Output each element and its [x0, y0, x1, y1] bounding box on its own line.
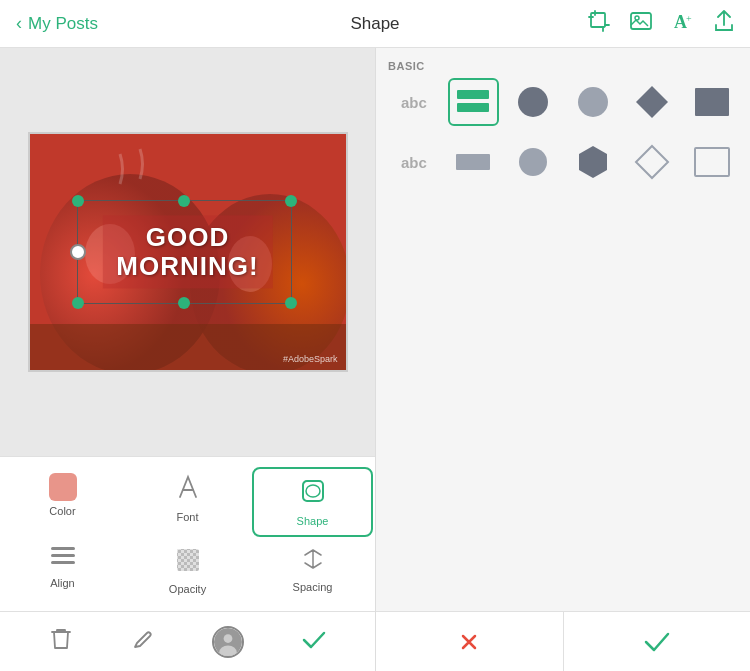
delete-button[interactable] [49, 626, 73, 658]
nav-icons-group: A + [588, 10, 734, 37]
back-chevron-icon: ‹ [16, 13, 22, 34]
handle-tl[interactable] [72, 195, 84, 207]
svg-point-27 [578, 87, 608, 117]
shape-row-1: abc [376, 78, 750, 138]
tool-align[interactable]: Align [0, 539, 125, 603]
tool-spacing-label: Spacing [293, 581, 333, 593]
crop-icon[interactable] [588, 10, 610, 37]
shape-icon [299, 477, 327, 511]
tool-font-label: Font [176, 511, 198, 523]
font-icon [176, 473, 200, 507]
shape-circle-dark[interactable] [507, 78, 559, 126]
svg-rect-16 [177, 549, 199, 571]
shape-circle-medium[interactable] [567, 78, 619, 126]
tool-opacity-label: Opacity [169, 583, 206, 595]
shape-circle-outline[interactable] [507, 138, 559, 186]
svg-rect-0 [591, 13, 605, 27]
top-navigation: ‹ My Posts Shape A + [0, 0, 750, 48]
page-title: Shape [350, 14, 399, 34]
svg-rect-15 [51, 561, 75, 564]
main-content: GOOD MORNING! #AdobeSpark [0, 48, 750, 671]
svg-point-22 [224, 634, 233, 643]
svg-rect-25 [457, 103, 489, 112]
tool-color-label: Color [49, 505, 75, 517]
back-label: My Posts [28, 14, 98, 34]
handle-bl[interactable] [72, 297, 84, 309]
svg-point-26 [518, 87, 548, 117]
tool-align-label: Align [50, 577, 74, 589]
tool-spacing[interactable]: Spacing [250, 539, 375, 603]
shape-filled-lines[interactable] [448, 78, 500, 126]
avatar [212, 626, 244, 658]
handle-b[interactable] [178, 297, 190, 309]
svg-rect-30 [456, 154, 490, 170]
opacity-icon [175, 547, 201, 579]
image-icon[interactable] [630, 12, 652, 35]
shape-rect-dark[interactable] [686, 78, 738, 126]
left-panel: GOOD MORNING! #AdobeSpark [0, 48, 375, 671]
confirm-bottom-button[interactable] [302, 629, 326, 655]
tool-shape-label: Shape [297, 515, 329, 527]
color-swatch [49, 473, 77, 501]
svg-rect-34 [695, 148, 729, 176]
tool-font[interactable]: Font [125, 465, 250, 539]
svg-rect-14 [51, 554, 75, 557]
rotate-handle[interactable] [70, 244, 86, 260]
shape-rect-outline2[interactable] [686, 138, 738, 186]
handle-t[interactable] [178, 195, 190, 207]
tool-color[interactable]: Color [0, 465, 125, 539]
confirm-button[interactable] [564, 612, 751, 671]
handle-br[interactable] [285, 297, 297, 309]
svg-rect-24 [457, 90, 489, 99]
spacer [376, 198, 750, 611]
align-icon [51, 547, 75, 573]
spacing-icon [301, 547, 325, 577]
edit-button[interactable] [131, 627, 155, 657]
svg-text:+: + [686, 13, 692, 24]
svg-point-31 [519, 148, 547, 176]
shape-rect-outline[interactable] [448, 138, 500, 186]
cancel-button[interactable] [376, 612, 564, 671]
shape-hexagon[interactable] [567, 138, 619, 186]
toolbar: Color Font Shape [0, 456, 375, 611]
tool-shape[interactable]: Shape [252, 467, 373, 537]
share-icon[interactable] [714, 10, 734, 37]
canvas-area: GOOD MORNING! #AdobeSpark [0, 48, 375, 456]
section-label: BASIC [376, 48, 750, 78]
svg-rect-29 [695, 88, 729, 116]
text-icon[interactable]: A + [672, 10, 694, 37]
shape-diamond-dark[interactable] [627, 78, 679, 126]
tool-opacity[interactable]: Opacity [125, 539, 250, 603]
back-button[interactable]: ‹ My Posts [16, 13, 98, 34]
bottom-bar [0, 611, 375, 671]
shape-abc-1[interactable]: abc [388, 78, 440, 126]
handle-tr[interactable] [285, 195, 297, 207]
svg-marker-32 [579, 146, 607, 178]
right-panel: BASIC abc [375, 48, 750, 671]
watermark: #AdobeSpark [283, 354, 338, 364]
shape-abc-2[interactable]: abc [388, 138, 440, 186]
canvas-image[interactable]: GOOD MORNING! #AdobeSpark [28, 132, 348, 372]
shape-row-2: abc [376, 138, 750, 198]
svg-point-12 [306, 485, 320, 497]
action-row [376, 611, 750, 671]
shape-diamond-outline[interactable] [627, 138, 679, 186]
svg-rect-8 [30, 324, 348, 372]
svg-marker-28 [636, 86, 668, 118]
svg-rect-13 [51, 547, 75, 550]
svg-marker-33 [636, 146, 668, 178]
